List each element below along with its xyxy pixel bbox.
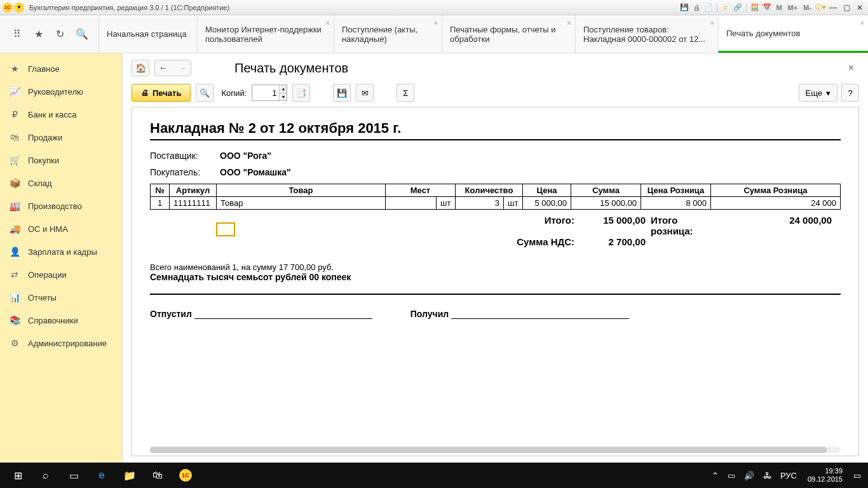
memory-m-button[interactable]: M: [774, 4, 783, 11]
tab-close-icon[interactable]: ×: [567, 19, 571, 27]
page-title: Печать документов: [234, 61, 348, 76]
tab-close-icon[interactable]: ×: [860, 19, 864, 27]
tab-close-icon[interactable]: ×: [434, 19, 438, 27]
page-close-button[interactable]: ×: [843, 60, 859, 76]
copies-label: Копий:: [221, 88, 247, 98]
volume-icon[interactable]: 🔊: [741, 471, 757, 480]
email-button[interactable]: ✉: [356, 84, 374, 102]
books-icon: 📚: [9, 315, 20, 326]
layout-button[interactable]: 📑: [292, 84, 310, 102]
info-icon[interactable]: ⓘ▾: [815, 3, 825, 13]
start-button[interactable]: ⊞: [4, 463, 32, 488]
home-button[interactable]: 🏠: [132, 60, 149, 76]
factory-icon: 🏭: [9, 200, 20, 212]
star-icon[interactable]: ☆: [721, 3, 731, 13]
tab-monitor[interactable]: Монитор Интернет-поддержки пользователей…: [197, 15, 334, 53]
nav-back-forward[interactable]: ←→: [154, 60, 191, 76]
tab-close-icon[interactable]: ×: [710, 19, 714, 27]
nav-sales[interactable]: 🛍Продажи: [0, 126, 122, 149]
person-icon: 👤: [9, 246, 20, 257]
restore-button[interactable]: ▢: [841, 3, 852, 12]
sig-line: [194, 308, 372, 319]
link-icon[interactable]: 🔗: [733, 3, 743, 13]
nav-purchases[interactable]: 🛒Покупки: [0, 149, 122, 172]
horizontal-scrollbar[interactable]: [150, 447, 841, 453]
tab-goods-receipt[interactable]: Поступление товаров: Накладная 0000-0000…: [575, 15, 718, 53]
tab-printforms[interactable]: Печатные формы, отчеты и обработки×: [442, 15, 575, 53]
spin-up-icon[interactable]: ▲: [279, 85, 287, 93]
buyer-value: ООО "Ромашка": [220, 167, 291, 177]
tab-receipt[interactable]: Поступление (акты, накладные)×: [334, 15, 442, 53]
favorites-icon[interactable]: ★: [32, 28, 45, 41]
save-icon[interactable]: 💾: [679, 3, 689, 13]
memory-mminus-button[interactable]: M-: [801, 4, 813, 11]
nds-value: 2 700,00: [577, 236, 648, 247]
explorer-app-icon[interactable]: 📁: [116, 463, 144, 488]
preview-button[interactable]: 🔍: [196, 84, 214, 102]
history-icon[interactable]: ↻: [54, 28, 67, 41]
nav-manager[interactable]: 📈Руководителю: [0, 80, 122, 103]
spin-down-icon[interactable]: ▼: [279, 93, 287, 101]
tab-print-docs[interactable]: Печать документов×: [718, 15, 868, 53]
scrollbar-thumb[interactable]: [150, 447, 827, 453]
help-button[interactable]: ?: [841, 84, 859, 102]
nav-bank[interactable]: ₽Банк и касса: [0, 103, 122, 126]
network-icon[interactable]: 🖧: [760, 471, 775, 480]
nav-payroll[interactable]: 👤Зарплата и кадры: [0, 240, 122, 263]
save-button[interactable]: 💾: [333, 84, 351, 102]
search-button[interactable]: ⌕: [32, 463, 60, 488]
nav-reports[interactable]: 📊Отчеты: [0, 286, 122, 309]
titlebar-dropdown-icon[interactable]: ▼: [14, 3, 24, 13]
document-preview[interactable]: Накладная № 2 от 12 октября 2015 г. Пост…: [132, 107, 859, 456]
sig-line: [451, 308, 629, 319]
calendar-icon[interactable]: 📅: [762, 3, 772, 13]
gear-icon: ⚙: [9, 337, 20, 349]
memory-mplus-button[interactable]: M+: [786, 4, 800, 11]
sum-button[interactable]: Σ: [397, 84, 414, 102]
doc-icon[interactable]: 📄: [703, 3, 714, 13]
store-app-icon[interactable]: 🛍: [144, 463, 172, 488]
notifications-icon[interactable]: ▭: [850, 471, 864, 480]
tabbar: ⠿ ★ ↻ 🔍 Начальная страница Монитор Интер…: [0, 15, 868, 53]
edge-app-icon[interactable]: e: [88, 463, 116, 488]
battery-icon[interactable]: ▭: [724, 471, 738, 480]
apps-icon[interactable]: ⠿: [11, 28, 24, 41]
nds-label: Сумма НДС:: [150, 236, 577, 247]
tray-up-icon[interactable]: ⌃: [709, 471, 722, 480]
nav-operations[interactable]: ⇄Операции: [0, 263, 122, 286]
nav-main[interactable]: ★Главное: [0, 57, 122, 80]
1c-app-icon[interactable]: 1C: [172, 463, 200, 488]
bag-icon: 🛍: [9, 132, 20, 143]
back-icon[interactable]: ←: [159, 63, 168, 73]
summary-words: Семнадцать тысяч семьсот рублей 00 копее…: [150, 272, 841, 295]
nav-references[interactable]: 📚Справочники: [0, 309, 122, 332]
supplier-value: ООО "Рога": [220, 151, 271, 161]
nav-admin[interactable]: ⚙Администрирование: [0, 332, 122, 355]
nav-warehouse[interactable]: 📦Склад: [0, 172, 122, 194]
selected-cell[interactable]: [216, 222, 235, 236]
total-retail-value: 24 000,00: [722, 215, 841, 236]
total-value: 15 000,00: [577, 215, 648, 236]
search-icon[interactable]: 🔍: [76, 28, 88, 41]
summary-count: Всего наименований 1, на сумму 17 700,00…: [150, 262, 841, 272]
supplier-label: Поставщик:: [150, 151, 220, 161]
clock[interactable]: 19:3909.12.2015: [803, 467, 848, 484]
tab-close-icon[interactable]: ×: [326, 19, 330, 27]
sig-in-label: Получил: [410, 309, 451, 319]
forward-icon[interactable]: →: [178, 63, 187, 73]
tab-home[interactable]: Начальная страница: [98, 15, 197, 53]
print-button[interactable]: 🖨Печать: [132, 84, 191, 102]
taskview-button[interactable]: ▭: [60, 463, 88, 488]
close-button[interactable]: ✕: [854, 3, 865, 12]
nav-assets[interactable]: 🚚ОС и НМА: [0, 217, 122, 240]
truck-icon: 🚚: [9, 223, 20, 234]
more-button[interactable]: Еще▾: [799, 84, 837, 102]
printer-icon: 🖨: [141, 88, 149, 97]
lang-indicator[interactable]: РУС: [777, 471, 800, 480]
calc-icon[interactable]: 🧮: [750, 3, 760, 13]
nav-production[interactable]: 🏭Производство: [0, 194, 122, 217]
titlebar: 1C ▼ Бухгалтерия предприятия, редакция 3…: [0, 0, 868, 15]
print-icon[interactable]: 🖨: [691, 3, 702, 13]
minimize-button[interactable]: —: [827, 3, 839, 12]
window-title: Бухгалтерия предприятия, редакция 3.0 / …: [29, 4, 229, 11]
